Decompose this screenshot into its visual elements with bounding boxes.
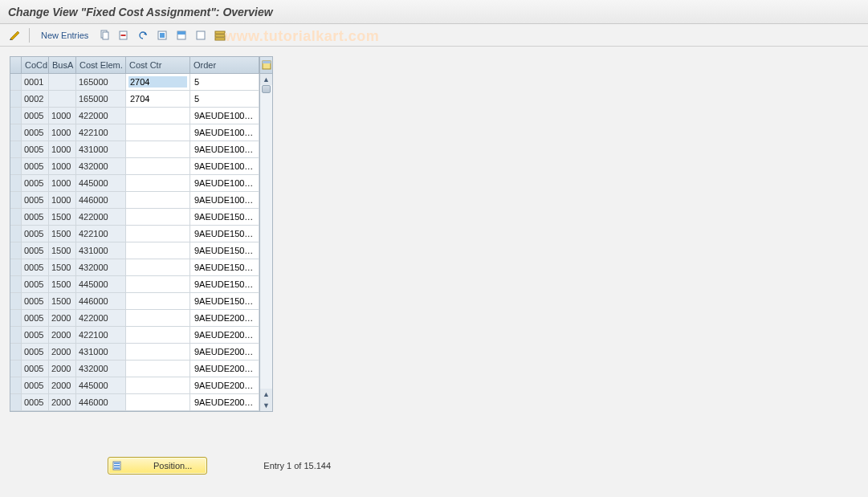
cell-cost-ctr-input[interactable] [128, 279, 187, 290]
cell-order-input[interactable] [193, 346, 256, 357]
cell-order[interactable] [190, 394, 259, 411]
cell-cost-ctr-input[interactable] [128, 144, 187, 155]
cell-cost-ctr-input[interactable] [128, 346, 187, 357]
cell-order-input[interactable] [193, 93, 256, 104]
cell-cost-ctr[interactable] [126, 361, 190, 377]
row-select-handle[interactable] [10, 226, 22, 242]
cell-order[interactable] [190, 310, 259, 327]
row-select-handle[interactable] [10, 175, 22, 192]
cell-cost-ctr[interactable] [126, 276, 190, 293]
row-select-handle[interactable] [10, 293, 22, 310]
row-select-handle[interactable] [10, 74, 22, 91]
cell-order-input[interactable] [193, 397, 256, 408]
cell-order-input[interactable] [193, 329, 256, 340]
cell-order[interactable] [190, 192, 259, 209]
cell-order-input[interactable] [193, 295, 256, 307]
cell-cost-ctr-input[interactable] [128, 161, 187, 172]
row-select-handle[interactable] [10, 242, 22, 259]
cell-order-input[interactable] [193, 127, 256, 138]
cell-order-input[interactable] [193, 380, 256, 391]
cell-cost-ctr[interactable] [126, 141, 190, 158]
cell-order[interactable] [190, 209, 259, 226]
cell-cost-ctr[interactable] [126, 175, 190, 192]
select-block-icon[interactable] [173, 27, 189, 43]
select-all-icon[interactable] [154, 27, 170, 43]
cell-cost-ctr-input[interactable] [128, 93, 187, 104]
table-settings-icon[interactable] [212, 27, 228, 43]
row-select-handle[interactable] [10, 91, 22, 108]
cell-order-input[interactable] [193, 76, 256, 88]
cell-cost-ctr[interactable] [126, 91, 190, 108]
cell-order-input[interactable] [193, 110, 256, 121]
row-select-handle[interactable] [10, 327, 22, 344]
new-entries-button[interactable]: New Entries [36, 28, 93, 43]
cell-order-input[interactable] [193, 245, 256, 256]
cell-order-input[interactable] [193, 279, 256, 290]
cell-order[interactable] [190, 293, 259, 310]
cell-cost-ctr[interactable] [126, 192, 190, 209]
cell-cost-ctr-input[interactable] [128, 110, 187, 121]
cell-cost-ctr-input[interactable] [128, 380, 187, 391]
cell-cost-ctr[interactable] [126, 259, 190, 276]
copy-icon[interactable] [96, 27, 112, 43]
cell-cost-ctr[interactable] [126, 226, 190, 242]
cell-order-input[interactable] [193, 161, 256, 172]
header-cost-ctr[interactable]: Cost Ctr [126, 57, 190, 74]
cell-order[interactable] [190, 377, 259, 394]
cell-cost-ctr[interactable] [126, 344, 190, 361]
cell-cost-ctr[interactable] [126, 310, 190, 327]
row-select-handle[interactable] [10, 361, 22, 377]
toggle-display-icon[interactable] [6, 27, 22, 43]
cell-cost-ctr[interactable] [126, 394, 190, 411]
header-select-all[interactable] [10, 57, 22, 74]
cell-order[interactable] [190, 91, 259, 108]
row-select-handle[interactable] [10, 377, 22, 394]
row-select-handle[interactable] [10, 209, 22, 226]
cell-cost-ctr[interactable] [126, 74, 190, 91]
cell-cost-ctr-input[interactable] [128, 228, 187, 239]
cell-order-input[interactable] [193, 177, 256, 189]
scroll-down-icon[interactable]: ▼ [260, 400, 272, 411]
cell-cost-ctr[interactable] [126, 327, 190, 344]
cell-cost-ctr-input[interactable] [128, 211, 187, 222]
deselect-all-icon[interactable] [193, 27, 209, 43]
row-select-handle[interactable] [10, 158, 22, 175]
cell-cost-ctr-input[interactable] [128, 127, 187, 138]
cell-cost-ctr-input[interactable] [128, 295, 187, 307]
row-select-handle[interactable] [10, 108, 22, 124]
cell-order[interactable] [190, 242, 259, 259]
undo-icon[interactable] [135, 27, 151, 43]
cell-order[interactable] [190, 361, 259, 377]
row-select-handle[interactable] [10, 344, 22, 361]
row-select-handle[interactable] [10, 259, 22, 276]
row-select-handle[interactable] [10, 310, 22, 327]
row-select-handle[interactable] [10, 276, 22, 293]
cell-order-input[interactable] [193, 363, 256, 374]
cell-order-input[interactable] [193, 312, 256, 324]
header-order[interactable]: Order [190, 57, 259, 74]
cell-order[interactable] [190, 158, 259, 175]
cell-cost-ctr[interactable] [126, 242, 190, 259]
cell-order-input[interactable] [193, 194, 256, 206]
cell-cost-ctr-input[interactable] [128, 76, 187, 88]
row-select-handle[interactable] [10, 394, 22, 411]
cell-order[interactable] [190, 344, 259, 361]
cell-cost-ctr-input[interactable] [128, 262, 187, 273]
cell-cost-ctr[interactable] [126, 377, 190, 394]
cell-cost-ctr[interactable] [126, 124, 190, 141]
cell-order[interactable] [190, 108, 259, 124]
cell-order[interactable] [190, 74, 259, 91]
cell-cost-ctr[interactable] [126, 209, 190, 226]
row-select-handle[interactable] [10, 192, 22, 209]
scroll-thumb[interactable] [262, 85, 271, 93]
cell-order-input[interactable] [193, 262, 256, 273]
cell-cost-ctr-input[interactable] [128, 312, 187, 324]
cell-cost-ctr[interactable] [126, 158, 190, 175]
cell-cost-ctr-input[interactable] [128, 245, 187, 256]
cell-cost-ctr-input[interactable] [128, 194, 187, 206]
cell-order-input[interactable] [193, 211, 256, 222]
header-busa[interactable]: BusA [49, 57, 76, 74]
cell-order-input[interactable] [193, 144, 256, 155]
cell-order[interactable] [190, 276, 259, 293]
cell-order[interactable] [190, 175, 259, 192]
